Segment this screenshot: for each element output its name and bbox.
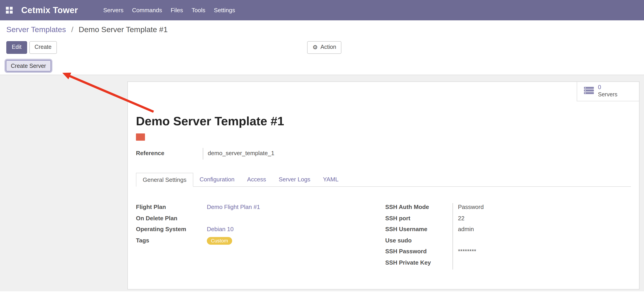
field-label-operating-system: Operating System — [136, 225, 207, 236]
field-row-ssh-auth-mode: SSH Auth ModePassword — [385, 203, 629, 214]
breadcrumb-current: Demo Server Template #1 — [78, 25, 168, 34]
field-link-operating-system[interactable]: Debian 10 — [207, 226, 234, 232]
reference-label: Reference — [136, 148, 203, 160]
top-navbar: Cetmix Tower ServersCommandsFilesToolsSe… — [0, 0, 644, 20]
action-button-label: Action — [320, 44, 336, 51]
field-value-ssh-password: ******** — [452, 247, 476, 258]
field-label-ssh-port: SSH port — [385, 214, 452, 225]
tab-access[interactable]: Access — [241, 172, 272, 186]
field-value-ssh-private-key — [452, 258, 458, 269]
field-row-ssh-private-key: SSH Private Key — [385, 258, 629, 269]
breadcrumb-parent-link[interactable]: Server Templates — [6, 25, 66, 34]
record-title: Demo Server Template #1 — [136, 114, 284, 128]
field-label-on-delete-plan: On Delete Plan — [136, 214, 207, 225]
field-label-tags: Tags — [136, 236, 207, 247]
field-value-ssh-auth-mode: Password — [452, 203, 484, 214]
field-value-tags: Custom — [207, 236, 232, 247]
color-swatch[interactable] — [136, 133, 145, 141]
breadcrumb: Server Templates / Demo Server Template … — [6, 25, 168, 34]
nav-menu-files[interactable]: Files — [171, 7, 183, 14]
content-area: 0 Servers Demo Server Template #1 Refere… — [0, 75, 644, 291]
nav-menu-settings[interactable]: Settings — [214, 7, 235, 14]
tab-server-logs[interactable]: Server Logs — [272, 172, 316, 186]
field-label-ssh-username: SSH Username — [385, 225, 452, 236]
tab-configuration[interactable]: Configuration — [193, 172, 241, 186]
nav-menu-tools[interactable]: Tools — [192, 7, 206, 14]
field-row-on-delete-plan: On Delete Plan — [136, 214, 375, 225]
create-server-button[interactable]: Create Server — [6, 60, 51, 71]
stat-value: 0 — [598, 84, 617, 91]
field-label-ssh-private-key: SSH Private Key — [385, 258, 452, 269]
tab-yaml[interactable]: YAML — [316, 172, 345, 186]
field-value-ssh-username: admin — [452, 225, 474, 236]
edit-button[interactable]: Edit — [6, 41, 27, 54]
field-value-ssh-port: 22 — [452, 214, 464, 225]
field-value-use-sudo — [452, 236, 458, 247]
field-label-ssh-password: SSH Password — [385, 247, 452, 258]
stat-button-servers[interactable]: 0 Servers — [577, 82, 639, 101]
gear-icon: ⚙ — [312, 45, 318, 50]
fields-right: SSH Auth ModePasswordSSH port22SSH Usern… — [385, 203, 629, 269]
field-label-use-sudo: Use sudo — [385, 236, 452, 247]
navbar-menu: ServersCommandsFilesToolsSettings — [103, 7, 235, 14]
breadcrumb-separator: / — [71, 25, 73, 34]
app-window: Cetmix Tower ServersCommandsFilesToolsSe… — [0, 0, 644, 294]
field-text-ssh-port: 22 — [458, 215, 464, 221]
stat-button-text: 0 Servers — [598, 84, 617, 99]
tag-custom: Custom — [207, 237, 232, 244]
field-row-ssh-password: SSH Password******** — [385, 247, 629, 258]
action-button[interactable]: ⚙ Action — [307, 41, 342, 54]
apps-grid-icon[interactable] — [6, 7, 13, 14]
field-text-ssh-password: ******** — [458, 248, 476, 255]
record-sheet: 0 Servers Demo Server Template #1 Refere… — [127, 81, 640, 289]
nav-menu-commands[interactable]: Commands — [132, 7, 162, 14]
app-brand[interactable]: Cetmix Tower — [21, 5, 78, 15]
reference-value: demo_server_template_1 — [203, 148, 274, 160]
field-value-flight-plan: Demo Flight Plan #1 — [207, 203, 260, 214]
reference-row: Reference demo_server_template_1 — [136, 148, 274, 160]
field-text-ssh-auth-mode: Password — [458, 204, 484, 210]
field-row-tags: TagsCustom — [136, 236, 375, 247]
field-link-flight-plan[interactable]: Demo Flight Plan #1 — [207, 204, 260, 210]
field-label-flight-plan: Flight Plan — [136, 203, 207, 214]
field-row-ssh-username: SSH Usernameadmin — [385, 225, 629, 236]
tabs: General SettingsConfigurationAccessServe… — [136, 172, 631, 187]
servers-icon — [584, 87, 594, 96]
field-value-operating-system: Debian 10 — [207, 225, 234, 236]
field-row-use-sudo: Use sudo — [385, 236, 629, 247]
tab-general-settings[interactable]: General Settings — [136, 173, 193, 187]
create-button[interactable]: Create — [29, 41, 57, 54]
field-label-ssh-auth-mode: SSH Auth Mode — [385, 203, 452, 214]
fields-left: Flight PlanDemo Flight Plan #1On Delete … — [136, 203, 375, 247]
field-row-ssh-port: SSH port22 — [385, 214, 629, 225]
control-panel-buttons: Edit Create — [6, 41, 57, 54]
field-row-operating-system: Operating SystemDebian 10 — [136, 225, 375, 236]
stat-label: Servers — [598, 91, 617, 98]
field-row-flight-plan: Flight PlanDemo Flight Plan #1 — [136, 203, 375, 214]
nav-menu-servers[interactable]: Servers — [103, 7, 124, 14]
field-text-ssh-username: admin — [458, 226, 474, 232]
